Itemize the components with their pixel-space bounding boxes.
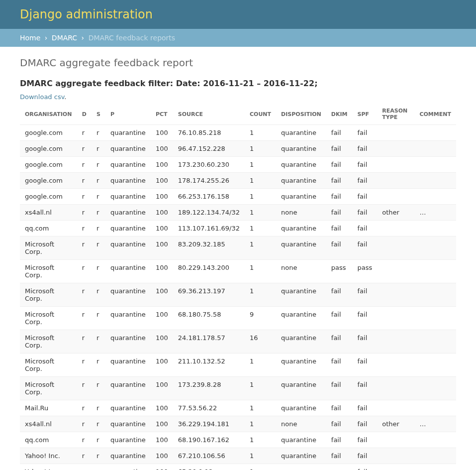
table-cell: r xyxy=(92,141,105,157)
table-cell: quarantine xyxy=(105,205,151,221)
table-cell: 36.229.194.181 xyxy=(173,416,245,432)
table-cell: quarantine xyxy=(105,173,151,189)
table-cell: fail xyxy=(326,157,353,173)
table-cell: fail xyxy=(353,330,378,353)
table-cell: Yahoo! Inc. xyxy=(20,464,77,470)
breadcrumb-dmarc[interactable]: DMARC xyxy=(52,34,77,42)
table-cell: quarantine xyxy=(105,157,151,173)
table-cell: fail xyxy=(353,377,378,400)
table-cell: 100 xyxy=(151,307,173,330)
table-cell: 113.107.161.69/32 xyxy=(173,221,245,236)
table-cell: r xyxy=(77,221,92,236)
table-cell xyxy=(414,157,456,173)
table-cell: fail xyxy=(326,330,353,353)
table-cell: 1 xyxy=(245,125,276,141)
table-row: Microsoft Corp.rrquarantine10083.209.32.… xyxy=(20,236,456,260)
table-cell: other xyxy=(377,416,414,432)
breadcrumb-home[interactable]: Home xyxy=(20,34,40,42)
column-header[interactable]: ORGANISATION xyxy=(20,104,77,125)
table-cell xyxy=(414,189,456,205)
table-row: Mail.Rurrquarantine10077.53.56.221quaran… xyxy=(20,400,456,416)
column-header[interactable]: COMMENT xyxy=(414,104,456,125)
download-csv-link[interactable]: Download csv xyxy=(20,93,64,101)
table-cell: 77.53.56.22 xyxy=(173,400,245,416)
table-cell: r xyxy=(77,141,92,157)
table-cell: r xyxy=(92,464,105,470)
table-cell: Microsoft Corp. xyxy=(20,353,77,377)
table-row: xs4all.nlrrquarantine10036.229.194.1811n… xyxy=(20,416,456,432)
table-cell: r xyxy=(92,400,105,416)
table-cell xyxy=(414,353,456,377)
column-header[interactable]: DKIM xyxy=(326,104,353,125)
column-header[interactable]: SPF xyxy=(353,104,378,125)
column-header[interactable]: DISPOSITION xyxy=(276,104,326,125)
table-cell xyxy=(414,125,456,141)
table-cell: r xyxy=(92,353,105,377)
table-cell: 1 xyxy=(245,236,276,260)
header: Django administration xyxy=(0,0,476,29)
table-cell: fail xyxy=(326,353,353,377)
table-cell: r xyxy=(92,283,105,307)
table-cell: 67.210.106.56 xyxy=(173,448,245,464)
table-cell xyxy=(414,260,456,283)
table-cell: r xyxy=(77,432,92,448)
column-header[interactable]: PCT xyxy=(151,104,173,125)
table-cell: 100 xyxy=(151,400,173,416)
table-cell: 96.47.152.228 xyxy=(173,141,245,157)
column-header[interactable]: D xyxy=(77,104,92,125)
breadcrumb-separator: › xyxy=(80,34,87,42)
table-cell: 100 xyxy=(151,157,173,173)
table-cell: 1 xyxy=(245,400,276,416)
table-cell: 100 xyxy=(151,189,173,205)
table-cell xyxy=(377,283,414,307)
table-cell xyxy=(377,400,414,416)
column-header[interactable]: REASON TYPE xyxy=(377,104,414,125)
table-cell xyxy=(414,330,456,353)
table-cell xyxy=(414,400,456,416)
table-cell: fail xyxy=(326,125,353,141)
table-cell: quarantine xyxy=(276,141,326,157)
table-cell: fail xyxy=(353,205,378,221)
table-cell: 1 xyxy=(245,157,276,173)
column-header[interactable]: SOURCE xyxy=(173,104,245,125)
column-header[interactable]: P xyxy=(105,104,151,125)
table-cell: fail xyxy=(326,400,353,416)
table-cell: quarantine xyxy=(105,307,151,330)
table-cell: quarantine xyxy=(276,377,326,400)
table-cell: r xyxy=(92,330,105,353)
table-cell: r xyxy=(77,307,92,330)
table-cell: qq.com xyxy=(20,221,77,236)
table-cell: 65.20.0.12 xyxy=(173,464,245,470)
table-head: ORGANISATIONDSPPCTSOURCECOUNTDISPOSITION… xyxy=(20,104,456,125)
filter-heading: DMARC aggregate feedback filter: Date: 2… xyxy=(20,79,456,88)
table-cell: 100 xyxy=(151,283,173,307)
table-cell: 173.239.8.28 xyxy=(173,377,245,400)
table-cell: r xyxy=(77,353,92,377)
table-cell xyxy=(414,221,456,236)
column-header[interactable]: COUNT xyxy=(245,104,276,125)
table-cell: r xyxy=(77,330,92,353)
table-cell: quarantine xyxy=(105,416,151,432)
table-cell: 189.122.134.74/32 xyxy=(173,205,245,221)
table-cell xyxy=(414,307,456,330)
table-cell: 76.10.85.218 xyxy=(173,125,245,141)
table-cell: r xyxy=(92,416,105,432)
table-cell: r xyxy=(92,189,105,205)
dot: . xyxy=(64,93,66,101)
table-cell: quarantine xyxy=(276,330,326,353)
table-cell: fail xyxy=(353,400,378,416)
table-cell: fail xyxy=(353,464,378,470)
table-cell: 100 xyxy=(151,416,173,432)
table-row: Microsoft Corp.rrquarantine10024.181.178… xyxy=(20,330,456,353)
column-header[interactable]: S xyxy=(92,104,105,125)
table-cell: 80.229.143.200 xyxy=(173,260,245,283)
table-cell: r xyxy=(92,125,105,141)
table-cell xyxy=(414,141,456,157)
table-cell: r xyxy=(92,157,105,173)
table-cell: quarantine xyxy=(105,353,151,377)
table-cell: fail xyxy=(326,205,353,221)
table-cell: quarantine xyxy=(105,260,151,283)
table-cell: Microsoft Corp. xyxy=(20,377,77,400)
table-cell xyxy=(377,330,414,353)
table-cell: r xyxy=(92,448,105,464)
